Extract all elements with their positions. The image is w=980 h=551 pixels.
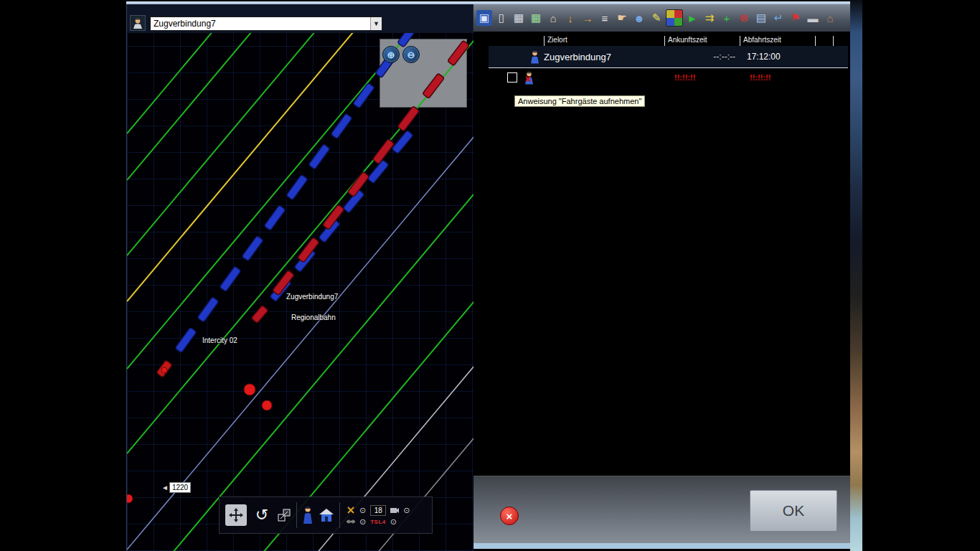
distance-marker: ◄ 1220	[161, 482, 191, 493]
instruction-tooltip: Anweisung "Fahrgäste aufnehmen"	[514, 95, 645, 107]
train-car[interactable]	[308, 144, 330, 170]
document-icon[interactable]: ▤	[753, 10, 769, 26]
train-car[interactable]	[423, 73, 445, 98]
signal-dot[interactable]	[244, 384, 255, 395]
train-car[interactable]	[331, 113, 352, 139]
train-car[interactable]	[220, 266, 241, 292]
color-grid-icon[interactable]	[666, 9, 683, 27]
radio-icon[interactable]: ⊙	[359, 507, 366, 514]
radio-icon[interactable]: ⊙	[390, 518, 397, 526]
column-header-abfahrtszeit[interactable]: Abfahrtszeit	[740, 36, 815, 46]
coupler-icon[interactable]	[347, 519, 355, 524]
rotate-button[interactable]: ↺	[252, 504, 272, 526]
departure-time-error: !!:!!:!!	[740, 73, 815, 82]
passenger-icon-error: ×	[524, 71, 534, 85]
column-header-ankunftszeit[interactable]: Ankunftszeit	[664, 36, 740, 46]
depot-icon[interactable]: ⌂	[822, 10, 838, 26]
radio-icon[interactable]: ⊙	[403, 507, 410, 514]
keyboard-icon[interactable]: ▬	[805, 10, 821, 26]
table-row[interactable]: Zugverbindung7 --:--:-- 17:12:00	[489, 46, 848, 68]
flag-icon[interactable]: ⚑	[788, 10, 804, 26]
train-label: Regionalbahn	[291, 314, 336, 321]
map-toolbar: ↺ ⊙ 18 ⊙	[219, 496, 433, 534]
save-icon[interactable]: ▣	[476, 10, 492, 26]
signal-dot[interactable]	[161, 367, 167, 373]
track-line	[127, 40, 474, 453]
zoom-in-icon: ⊕	[387, 50, 395, 60]
window-bottom-edge	[473, 543, 850, 549]
train-car[interactable]	[448, 40, 470, 65]
train-car[interactable]	[251, 305, 268, 323]
departure-time: 17:12:00	[740, 52, 815, 62]
camera-icon[interactable]	[390, 507, 399, 514]
toolbar-divider	[339, 502, 340, 528]
pan-button[interactable]	[225, 504, 247, 526]
cancel-icon[interactable]: ×	[500, 507, 519, 525]
train-car[interactable]	[175, 327, 197, 353]
resize-icon	[277, 508, 291, 522]
avatar-icon	[130, 15, 146, 31]
zoom-out-icon: ⊖	[407, 50, 415, 60]
tsl-label[interactable]: TSL4	[370, 519, 386, 525]
signal-dot[interactable]	[127, 494, 133, 503]
counter-value[interactable]: 18	[370, 505, 386, 516]
home-button[interactable]	[319, 508, 334, 522]
schedule-toolbar: ▣▯▦▦⌂↓→≡☛☻✎►⇉+⊗▤↵⚑▬⌂	[473, 4, 850, 32]
edit-list-icon[interactable]: ✎	[649, 10, 664, 26]
zoom-out-button[interactable]: ⊖	[402, 46, 420, 63]
hand-icon[interactable]: ☛	[614, 10, 630, 26]
passenger-icon	[530, 50, 540, 64]
double-arrow-icon[interactable]: ⇉	[702, 10, 717, 26]
column-header-icon	[489, 36, 544, 46]
track-map-canvas	[127, 33, 474, 551]
scale-button[interactable]	[277, 508, 291, 522]
table-header: Zielort Ankunftszeit Abfahrtszeit	[489, 36, 848, 46]
ok-button[interactable]: OK	[750, 490, 837, 532]
track-line	[127, 33, 474, 180]
train-selector-value: Zugverbindung7	[151, 19, 216, 29]
world-viewport	[850, 0, 862, 551]
arrow-down-icon[interactable]: ↓	[562, 10, 578, 26]
train-car[interactable]	[197, 297, 219, 323]
train-car[interactable]	[397, 33, 419, 47]
track-line	[127, 438, 474, 551]
track-map[interactable]: ⊕ ⊖ ◄ 1220 ↺	[127, 33, 474, 551]
signal-dot[interactable]	[262, 400, 272, 410]
train-selector[interactable]: Zugverbindung7 ▼	[150, 17, 382, 31]
home-icon[interactable]: ⌂	[545, 10, 561, 26]
chevron-down-icon[interactable]: ▼	[370, 17, 382, 30]
table-row[interactable]: × !!:!!:!! !!:!!:!!	[489, 68, 848, 87]
distance-value: 1220	[169, 482, 191, 493]
grid-icon[interactable]: ▦	[511, 10, 527, 26]
person-icon[interactable]: ☻	[631, 10, 647, 26]
rotate-icon: ↺	[255, 506, 268, 524]
signal-icon[interactable]	[347, 506, 355, 514]
column-header-extra2	[833, 36, 848, 46]
cancel-route-icon[interactable]: ⊗	[736, 10, 752, 26]
train-label: Zugverbindung7	[286, 293, 338, 301]
zoom-in-button[interactable]: ⊕	[382, 46, 400, 63]
train-car[interactable]	[397, 106, 420, 131]
train-car[interactable]	[286, 174, 308, 200]
row-checkbox[interactable]	[507, 72, 517, 83]
screen: Zugverbindung7 ▼ ⊕ ⊖ ◄ 1220 ↺	[0, 0, 980, 551]
schedule-window: ▣▯▦▦⌂↓→≡☛☻✎►⇉+⊗▤↵⚑▬⌂ Zielort Ankunftszei…	[473, 4, 850, 545]
column-header-zielort[interactable]: Zielort	[544, 36, 664, 46]
run-icon[interactable]: ►	[684, 10, 700, 26]
list-icon[interactable]: ≡	[597, 10, 613, 26]
arrow-right-icon[interactable]: →	[580, 10, 595, 26]
arrival-time-error: !!:!!:!!	[664, 73, 740, 82]
radio-icon[interactable]: ⊙	[359, 518, 366, 526]
train-car[interactable]	[242, 235, 263, 261]
add-icon[interactable]: +	[719, 10, 735, 26]
figure-button[interactable]	[302, 506, 314, 524]
delete-icon[interactable]: ▯	[494, 10, 509, 26]
bottom-bar: × OK	[473, 476, 850, 543]
train-car[interactable]	[264, 205, 286, 231]
return-arrow-icon[interactable]: ↵	[771, 10, 786, 26]
track-map-window: Zugverbindung7 ▼ ⊕ ⊖ ◄ 1220 ↺	[126, 4, 473, 551]
house-icon	[319, 508, 334, 522]
left-arrow-icon: ◄	[161, 484, 169, 491]
grid-plus-icon[interactable]: ▦	[528, 10, 544, 26]
map-options-cluster: ⊙ 18 ⊙ ⊙ TSL4 ⊙	[347, 505, 410, 526]
